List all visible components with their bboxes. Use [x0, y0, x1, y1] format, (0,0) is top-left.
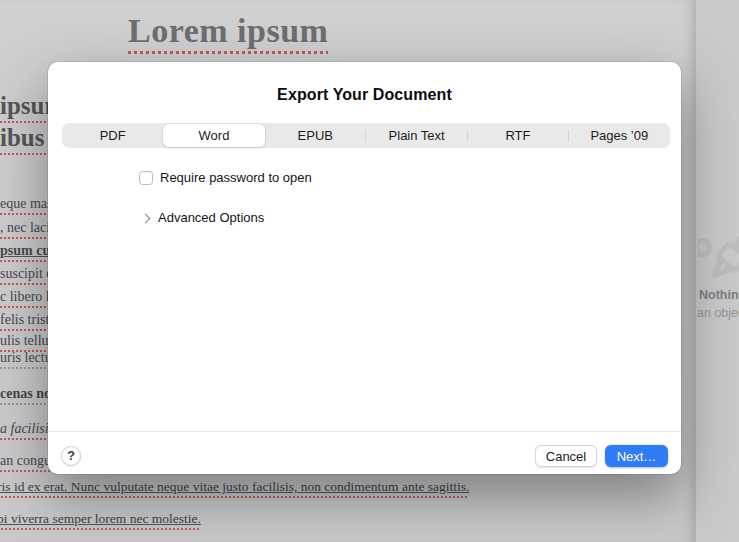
- doc-text-line: eque mas: [0, 196, 52, 215]
- doc-text-line: a facilisi,: [0, 421, 52, 440]
- require-password-label: Require password to open: [160, 170, 312, 185]
- doc-text-line: bi viverra semper lorem nec molestie.: [0, 511, 201, 530]
- sidebar-nothing-selected-text: Nothing s: [699, 288, 739, 302]
- paintbrush-icon: [698, 198, 739, 302]
- doc-text-line: an congu: [0, 453, 51, 472]
- tab-pages-09[interactable]: Pages ’09: [569, 123, 670, 148]
- format-sidebar: Nothing s an object: [695, 0, 739, 542]
- tab-epub[interactable]: EPUB: [265, 123, 366, 148]
- doc-text-line: c libero l: [0, 289, 50, 308]
- footer-divider: [48, 431, 681, 432]
- doc-text-line: uris lectu: [0, 350, 52, 369]
- advanced-options-label: Advanced Options: [158, 210, 264, 225]
- dialog-title: Export Your Document: [48, 86, 681, 104]
- export-dialog: Export Your Document PDF Word EPUB Plain…: [48, 62, 681, 474]
- export-format-tabs: PDF Word EPUB Plain Text RTF Pages ’09: [62, 123, 670, 148]
- require-password-row: Require password to open: [139, 170, 312, 185]
- require-password-checkbox[interactable]: [139, 171, 153, 185]
- next-button[interactable]: Next…: [605, 445, 668, 467]
- doc-text-line: felis trist: [0, 312, 49, 331]
- doc-text-line: suscipit e: [0, 266, 53, 285]
- doc-title: Lorem ipsum: [128, 12, 328, 54]
- tab-pdf[interactable]: PDF: [62, 123, 163, 148]
- cancel-button[interactable]: Cancel: [535, 445, 597, 467]
- tab-word[interactable]: Word: [163, 124, 264, 147]
- tab-rtf[interactable]: RTF: [467, 123, 568, 148]
- sidebar-select-object-text: an object: [697, 306, 739, 320]
- advanced-options-disclosure[interactable]: Advanced Options: [142, 210, 264, 225]
- help-button[interactable]: ?: [61, 446, 81, 466]
- tab-plain-text[interactable]: Plain Text: [366, 123, 467, 148]
- doc-text-line: ris id ex erat. Nunc vulputate neque vit…: [0, 479, 469, 498]
- chevron-right-icon: [141, 213, 151, 223]
